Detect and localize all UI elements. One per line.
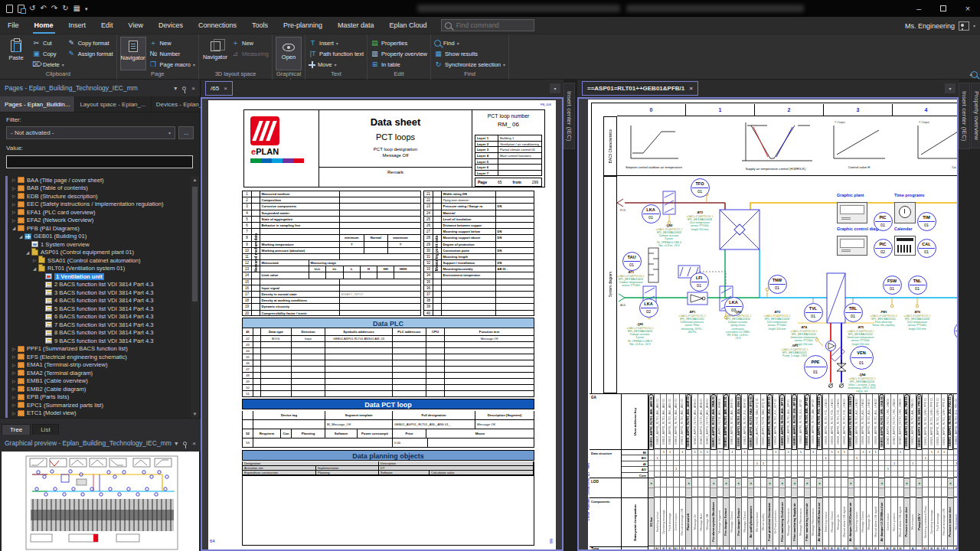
- ribbon-tab-home[interactable]: Home: [27, 17, 61, 34]
- tree-item[interactable]: 1 System overview: [8, 240, 201, 249]
- instrument-bubble-lfi-01[interactable]: LFI01: [690, 272, 709, 292]
- view-tab-tree[interactable]: Tree: [2, 424, 31, 435]
- matrix-column[interactable]: GEB01_ASP01_RLT01_ABL_BP 031Message Main…: [811, 394, 817, 551]
- tab-list-dropdown-icon[interactable]: ▾: [945, 83, 956, 93]
- collapsed-icon[interactable]: ▷: [31, 258, 38, 262]
- instrument-bubble-cal-01[interactable]: CAL01: [917, 239, 936, 258]
- 3d-navigator-button[interactable]: Navigator: [202, 37, 228, 70]
- panel-close-icon[interactable]: ×: [191, 85, 195, 92]
- matrix-column[interactable]: GEB01_ASP01_RLT01_AUL_LKA 02●Air damper …: [848, 394, 854, 551]
- insert-center-tab-right[interactable]: Insert center (IEC): [959, 83, 970, 149]
- scrollbar-thumb[interactable]: [192, 187, 198, 302]
- ribbon-tab-devices[interactable]: Devices: [151, 17, 191, 34]
- matrix-column[interactable]: GEB01_ASP01_RLT01_UML_LKA 03●Air damper …: [879, 394, 885, 551]
- tree-item[interactable]: 2 BACS function list VDI 3814 Part 4.3: [8, 281, 201, 289]
- matrix-column[interactable]: GEB01_ASP01_RLT01_ABL_BSK 011Message Clo…: [730, 394, 736, 551]
- matrix-column[interactable]: GEB01_ASP01_RLT01_AUL_LKA 021Switching o…: [854, 394, 861, 551]
- datasheet-tab[interactable]: /65 ×: [205, 81, 233, 96]
- matrix-column[interactable]: GEB01_ASP01_RLT01_ANL_BMA 01●Fire alarm …: [710, 394, 717, 551]
- tree-item[interactable]: ▷PPF1 (Summarized BACS function list): [8, 345, 201, 354]
- matrix-column[interactable]: GEB01_ASP01_RLT01_FOL_LKA 01●Air damper …: [817, 394, 823, 551]
- collapsed-icon[interactable]: ▷: [11, 379, 17, 383]
- matrix-column[interactable]: GEB01_ASP01_RLT01_ABL_BP 03●Filter monit…: [805, 394, 811, 551]
- tree-item[interactable]: ◢RLT01 (Ventilation system 01): [8, 265, 201, 273]
- delete-button[interactable]: ⌦Delete▾: [32, 60, 64, 70]
- ribbon-tab-file[interactable]: File: [0, 17, 27, 34]
- matrix-column[interactable]: GEB01_ASP01_RLT01_ANL_BMA 011Message tri…: [717, 394, 724, 551]
- matrix-column[interactable]: GEB01_ASP01_RLT01_ABL_PAB 011Mix pressur…: [910, 394, 916, 551]
- assign-format-button[interactable]: ✎Assign format: [67, 49, 113, 59]
- insert-center-tab[interactable]: Insert center (IEC): [564, 83, 575, 149]
- collapsed-icon[interactable]: ▷: [11, 403, 17, 407]
- show-results-button[interactable]: ▦Show results: [434, 49, 505, 59]
- expanded-icon[interactable]: ◢: [18, 234, 24, 239]
- matrix-column[interactable]: GEB01_ASP01_RLT01_ANL_ANB 01●Plant switc…: [686, 394, 692, 551]
- matrix-column[interactable]: GEB01_ASP01_RLT01_ABL_ABV 01●EC fan: [648, 394, 655, 551]
- tab-close-icon[interactable]: ×: [224, 85, 227, 92]
- 3d-new-button[interactable]: ＋New: [231, 38, 269, 48]
- dock-tab-1[interactable]: Layout space - Eplan_...: [75, 96, 151, 112]
- matrix-column[interactable]: GEB01_ASP01_RLT01_ABL_BSK 01●Fire damper…: [724, 394, 730, 551]
- collapsed-icon[interactable]: ▷: [11, 363, 17, 367]
- graphical-preview-thumbnail[interactable]: [2, 452, 199, 551]
- expanded-icon[interactable]: ◢: [11, 226, 17, 230]
- preview-dropdown-icon[interactable]: ▾: [175, 440, 178, 447]
- collapsed-icon[interactable]: ▷: [11, 347, 17, 351]
- tree-item[interactable]: 4 BACS function list VDI 3814 Part 4.3: [8, 297, 201, 305]
- move-button[interactable]: Move▾: [309, 60, 364, 70]
- matrix-column[interactable]: GEB01_ASP01_RLT01_ZUL_BTF 01●Frost prote…: [767, 394, 773, 551]
- matrix-column[interactable]: GEB01_ASP01_RLT01_ZUL_BP 021Message Main…: [798, 394, 804, 551]
- matrix-column[interactable]: GEB01_ASP01_RLT01_UML_LKA 031Control out…: [885, 394, 891, 551]
- matrix-column[interactable]: GEB01_ASP01_RLT01_FOL_LKA 011Message OnB…: [835, 394, 841, 551]
- matrix-column[interactable]: GEB01_ASP01_RLT01_RAU_BTQ 011Mix air qua…: [761, 394, 767, 551]
- matrix-column[interactable]: GEB01_ASP01_RLT01_UML_LKA 031Manual alar…: [898, 394, 904, 551]
- ribbon-tab-master-data[interactable]: Master data: [330, 17, 382, 34]
- ribbon-tab-view[interactable]: View: [121, 17, 151, 34]
- ribbon-tab-edit[interactable]: Edit: [93, 17, 121, 34]
- collapsed-icon[interactable]: ▷: [11, 386, 17, 391]
- matrix-column[interactable]: GEB01_ASP01_RLT01_UML_LKA 031Return posi…: [891, 394, 897, 551]
- tree-item[interactable]: ▷EMB1 (Cable overview): [8, 377, 201, 386]
- tab-list-dropdown-icon[interactable]: ▾: [550, 83, 560, 93]
- panel-dropdown-icon[interactable]: ▾: [174, 85, 177, 92]
- user-badge-icon[interactable]: [959, 21, 969, 31]
- matrix-column[interactable]: GEB01_ASP01_RLT01_FOL_LKA 011Switching o…: [823, 394, 829, 551]
- matrix-column[interactable]: GEB01_ASP01_RLT01_AUL_BP 011Message Main…: [786, 394, 792, 551]
- tree-item[interactable]: ▷SSA01 (Control cabinet automation): [8, 256, 201, 265]
- ribbon-tab-insert[interactable]: Insert: [61, 17, 94, 34]
- matrix-column[interactable]: GEB01_ASP01_RLT01_FOL_LKA 011Manual alar…: [841, 394, 848, 551]
- instrument-bubble-lka-01[interactable]: LKA01: [642, 204, 661, 223]
- copy-button[interactable]: ▣Copy: [32, 49, 64, 59]
- instrument-bubble-lka-02[interactable]: LKA02: [639, 298, 658, 318]
- matrix-column[interactable]: GEB01_ASP01_RLT01_ABL_ABV 011Control out…: [674, 394, 680, 551]
- matrix-column[interactable]: GEB01_ASP01_RLT01_ANL_ANB 011Message Aut…: [698, 394, 704, 551]
- tab-close-icon[interactable]: ×: [689, 85, 693, 92]
- tree-item[interactable]: ▷EFA2 (Network Overview): [8, 217, 201, 225]
- matrix-column[interactable]: GEB01_ASP01_RLT01_RAU_BTQ 01●Air quality…: [748, 394, 754, 551]
- matrix-column[interactable]: GEB01_ASP01_RLT01_AUL_LKA 021Message Clo…: [861, 394, 867, 551]
- tree-item[interactable]: 6 BACS function list VDI 3814 Part 4.3: [8, 313, 201, 321]
- prev-page-number[interactable]: 64: [210, 539, 215, 543]
- matrix-column[interactable]: GEB01_ASP01_RLT01_ZUL_BTF 011SH Frost pr…: [773, 394, 779, 551]
- close-button[interactable]: ×: [956, 0, 980, 17]
- instrument-bubble-trl-01[interactable]: TRL01: [844, 303, 863, 322]
- tree-item[interactable]: ▷EFS (Electrical engineering schematic): [8, 353, 201, 361]
- instrument-bubble-ven-01[interactable]: VEN01: [850, 346, 874, 370]
- time-programs-icon[interactable]: [894, 202, 916, 223]
- instrument-bubble-tim-01[interactable]: TIM01: [917, 212, 936, 231]
- matrix-column[interactable]: GEB01_ASP01_RLT01_WRH_PPE 01●Pump 230 V: [916, 394, 923, 551]
- matrix-column[interactable]: GEB01_ASP01_RLT01_ABL_ABV 011Operating m…: [661, 394, 667, 551]
- tree-item[interactable]: ▷EPC1 (Summarized parts list): [8, 401, 201, 409]
- find-button[interactable]: Find▾: [434, 38, 505, 48]
- collapsed-icon[interactable]: ▷: [11, 354, 17, 359]
- matrix-column[interactable]: GEB01_ASP01_RLT01_ANL_ANB 011Message OnB…: [692, 394, 698, 551]
- copy-format-button[interactable]: ✎Copy format: [67, 38, 113, 48]
- new-page-icon[interactable]: [6, 5, 13, 13]
- find-command-box[interactable]: [441, 19, 534, 31]
- instrument-bubble-fsw-01[interactable]: FSW01: [883, 276, 902, 295]
- matrix-column[interactable]: GEB01_ASP01_RLT01_ABL_ABV 011Fault messa…: [667, 394, 673, 551]
- tree-item[interactable]: ▷EEC (Safety instructions / Implementati…: [8, 201, 201, 209]
- matrix-column[interactable]: GEB01_ASP01_RLT01_ZUL_BP 02●Filter monit…: [792, 394, 798, 551]
- tree-item[interactable]: ▷EMA2 (Terminal diagram): [8, 369, 201, 377]
- property-overview-button[interactable]: ▥Property overview: [371, 49, 427, 59]
